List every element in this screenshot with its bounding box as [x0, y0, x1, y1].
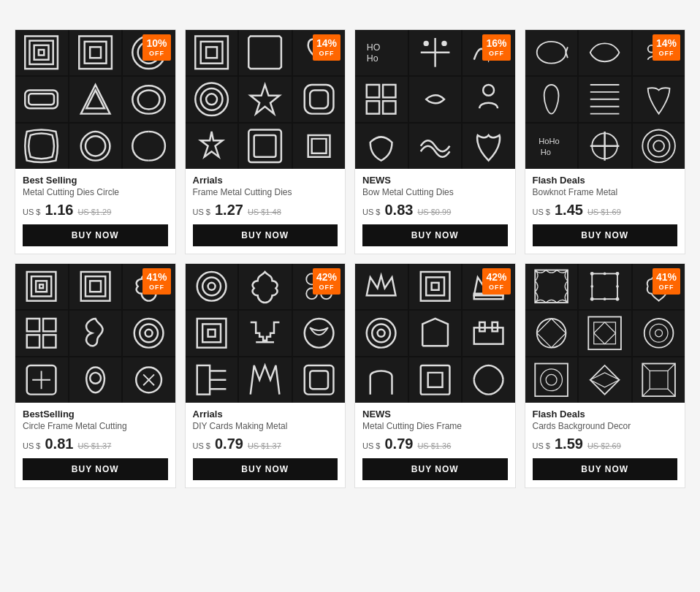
product-tag: Best Selling — [23, 175, 168, 186]
svg-rect-6 — [90, 48, 101, 58]
product-card: 41% OFF BestSelling Circle Frame Metal C… — [15, 263, 176, 488]
product-description: Bow Metal Cutting Dies — [362, 187, 508, 197]
price-row: US $ 1.27 US $1.48 — [193, 202, 338, 219]
image-cell — [579, 357, 631, 403]
price-row: US $ 0.81 US $1.37 — [23, 436, 168, 452]
image-cell — [123, 357, 175, 403]
image-cell — [463, 77, 515, 122]
image-cell — [293, 357, 346, 403]
discount-badge: 10% OFF — [142, 34, 170, 61]
product-card: 42% OFF Arrials DIY Cards Making Metal U… — [185, 263, 346, 488]
image-cell — [186, 311, 238, 356]
discount-badge: 14% OFF — [313, 34, 341, 61]
original-price: US $0.99 — [417, 208, 451, 216]
svg-rect-3 — [39, 50, 44, 55]
svg-text:Ho: Ho — [540, 148, 550, 156]
product-image: 42% OFF — [355, 264, 515, 403]
svg-point-19 — [206, 94, 217, 105]
image-cell — [239, 264, 292, 309]
price-row: US $ 0.79 US $1.36 — [362, 436, 508, 452]
svg-point-35 — [483, 85, 494, 96]
svg-point-18 — [200, 88, 222, 110]
product-tag: Flash Deals — [533, 409, 678, 420]
price-row: US $ 1.16 US $1.29 — [23, 202, 168, 219]
svg-rect-21 — [304, 85, 333, 114]
buy-now-button[interactable]: BUY NOW — [533, 224, 678, 246]
image-cell — [239, 30, 292, 75]
buy-now-button[interactable]: BUY NOW — [193, 224, 338, 246]
image-cell — [69, 124, 122, 169]
product-tag: NEWS — [362, 175, 508, 186]
card-body: NEWS Metal Cutting Dies Frame US $ 0.79 … — [355, 403, 515, 452]
buy-now-button[interactable]: BUY NOW — [362, 458, 508, 480]
image-cell — [579, 124, 631, 169]
image-cell — [633, 124, 685, 169]
svg-rect-54 — [43, 335, 56, 347]
card-body: Arrials DIY Cards Making Metal US $ 0.79… — [186, 403, 346, 452]
image-cell — [355, 124, 408, 169]
svg-rect-76 — [426, 278, 444, 296]
buy-now-button[interactable]: BUY NOW — [23, 458, 168, 480]
image-cell — [15, 124, 68, 169]
image-cell — [633, 77, 685, 122]
image-cell — [579, 264, 631, 309]
product-card: 42% OFF NEWS Metal Cutting Dies Frame US… — [354, 263, 516, 488]
image-cell — [186, 264, 238, 309]
card-body: Arrials Frame Metal Cutting Dies US $ 1.… — [186, 169, 346, 219]
image-cell — [633, 357, 685, 403]
image-cell — [355, 77, 408, 122]
svg-point-57 — [145, 330, 153, 337]
svg-rect-72 — [197, 365, 209, 395]
svg-point-99 — [644, 319, 673, 348]
image-cell — [15, 264, 68, 309]
svg-rect-46 — [36, 281, 47, 292]
image-cell — [355, 264, 408, 309]
image-cell — [463, 357, 515, 403]
svg-rect-85 — [420, 365, 449, 395]
image-cell — [463, 311, 515, 356]
price-row: US $ 1.45 US $1.69 — [533, 202, 678, 219]
image-cell — [525, 357, 578, 403]
product-description: Circle Frame Metal Cutting — [23, 421, 168, 431]
price-row: US $ 0.79 US $1.37 — [193, 436, 338, 452]
svg-point-61 — [197, 272, 226, 301]
product-image: 42% OFF — [186, 264, 346, 403]
svg-point-103 — [540, 369, 562, 391]
product-tag: Arrials — [193, 409, 338, 420]
image-cell — [293, 124, 346, 169]
svg-rect-68 — [197, 319, 226, 348]
svg-point-95 — [616, 285, 619, 288]
product-description: Metal Cutting Dies Frame — [362, 421, 508, 431]
svg-point-63 — [208, 283, 215, 290]
current-price: 1.59 — [555, 436, 583, 452]
buy-now-button[interactable]: BUY NOW — [362, 224, 508, 246]
svg-point-42 — [647, 135, 669, 157]
svg-rect-75 — [420, 272, 449, 301]
discount-badge: 16% OFF — [482, 34, 510, 61]
svg-point-29 — [423, 41, 428, 46]
image-cell — [525, 77, 578, 122]
image-cell — [633, 311, 685, 356]
current-price: 0.79 — [384, 436, 413, 452]
svg-rect-34 — [383, 101, 395, 113]
svg-rect-2 — [34, 45, 49, 60]
image-cell — [525, 30, 578, 75]
buy-now-button[interactable]: BUY NOW — [23, 224, 168, 246]
buy-now-button[interactable]: BUY NOW — [533, 458, 678, 480]
svg-point-91 — [616, 297, 620, 301]
svg-rect-47 — [39, 285, 43, 289]
image-cell — [15, 30, 68, 75]
svg-rect-74 — [310, 371, 328, 390]
image-cell: HoHoHo — [525, 124, 578, 169]
buy-now-button[interactable]: BUY NOW — [193, 458, 338, 480]
image-cell — [525, 264, 578, 309]
image-cell — [186, 77, 238, 122]
product-tag: Arrials — [193, 175, 338, 186]
svg-rect-24 — [254, 135, 276, 157]
image-cell — [123, 77, 175, 122]
product-tag: NEWS — [362, 409, 508, 420]
product-image: 10% OFF — [15, 30, 175, 169]
product-description: Metal Cutting Dies Circle — [23, 187, 168, 197]
svg-point-79 — [367, 319, 396, 348]
svg-rect-45 — [31, 276, 51, 296]
